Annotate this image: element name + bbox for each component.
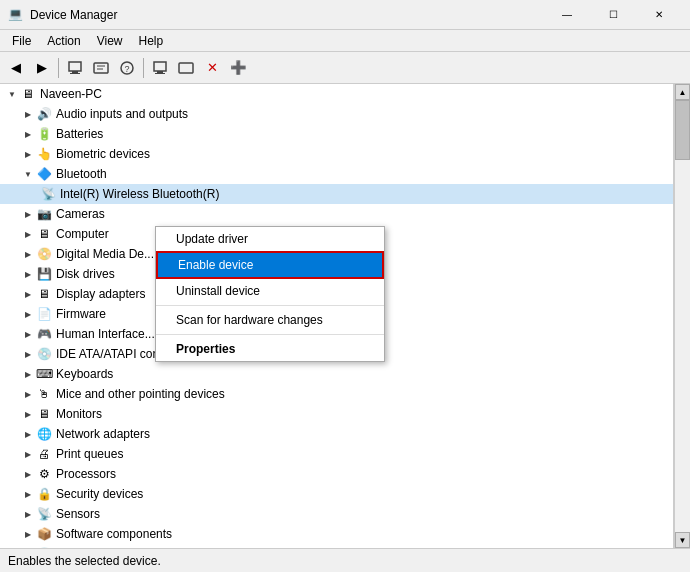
tree-bluetooth[interactable]: ▼ 🔷 Bluetooth [0, 164, 673, 184]
menu-file[interactable]: File [4, 32, 39, 50]
mice-icon: 🖱 [36, 386, 52, 402]
menu-view[interactable]: View [89, 32, 131, 50]
svg-rect-8 [154, 62, 166, 71]
security-icon: 🔒 [36, 486, 52, 502]
svg-rect-3 [94, 63, 108, 73]
computer-icon: 🖥 [20, 86, 36, 102]
tree-monitors[interactable]: ▶ 🖥 Monitors [0, 404, 673, 424]
toolbar-separator [58, 58, 59, 78]
menu-help[interactable]: Help [131, 32, 172, 50]
hid-expand-icon[interactable]: ▶ [20, 326, 36, 342]
scroll-track[interactable] [675, 100, 690, 532]
display-expand-icon[interactable]: ▶ [20, 286, 36, 302]
title-bar: 💻 Device Manager — ☐ ✕ [0, 0, 690, 30]
toolbar-btn-2[interactable] [89, 56, 113, 80]
ctx-properties[interactable]: Properties [156, 337, 384, 361]
disk-expand-icon[interactable]: ▶ [20, 266, 36, 282]
svg-text:?: ? [124, 64, 129, 74]
processors-label: Processors [56, 467, 116, 481]
tree-processors[interactable]: ▶ ⚙ Processors [0, 464, 673, 484]
ctx-scan-hardware[interactable]: Scan for hardware changes [156, 308, 384, 332]
tree-software-devices[interactable]: ▶ 💿 Software devices [0, 544, 673, 548]
tree-sensors[interactable]: ▶ 📡 Sensors [0, 504, 673, 524]
minimize-button[interactable]: — [544, 0, 590, 30]
tree-security[interactable]: ▶ 🔒 Security devices [0, 484, 673, 504]
network-icon: 🌐 [36, 426, 52, 442]
ide-icon: 💿 [36, 346, 52, 362]
firmware-expand-icon[interactable]: ▶ [20, 306, 36, 322]
tree-mice[interactable]: ▶ 🖱 Mice and other pointing devices [0, 384, 673, 404]
tree-keyboards[interactable]: ▶ ⌨ Keyboards [0, 364, 673, 384]
svg-rect-9 [157, 71, 163, 73]
toolbar-network[interactable] [174, 56, 198, 80]
ctx-uninstall-device[interactable]: Uninstall device [156, 279, 384, 303]
tree-network[interactable]: ▶ 🌐 Network adapters [0, 424, 673, 444]
scroll-thumb[interactable] [675, 100, 690, 160]
batteries-expand-icon[interactable]: ▶ [20, 126, 36, 142]
add-button[interactable]: ➕ [226, 56, 250, 80]
processors-expand-icon[interactable]: ▶ [20, 466, 36, 482]
display-label: Display adapters [56, 287, 145, 301]
context-menu: Update driver Enable device Uninstall de… [155, 226, 385, 362]
toolbar-monitor[interactable] [148, 56, 172, 80]
ide-expand-icon[interactable]: ▶ [20, 346, 36, 362]
scroll-down-button[interactable]: ▼ [675, 532, 690, 548]
help-button[interactable]: ? [115, 56, 139, 80]
tree-biometric[interactable]: ▶ 👆 Biometric devices [0, 144, 673, 164]
ctx-separator-1 [156, 305, 384, 306]
root-expand-icon[interactable]: ▼ [4, 86, 20, 102]
remove-button[interactable]: ✕ [200, 56, 224, 80]
mice-label: Mice and other pointing devices [56, 387, 225, 401]
svg-rect-2 [70, 73, 80, 74]
print-expand-icon[interactable]: ▶ [20, 446, 36, 462]
close-button[interactable]: ✕ [636, 0, 682, 30]
digital-label: Digital Media De... [56, 247, 154, 261]
svg-rect-1 [72, 71, 78, 73]
audio-expand-icon[interactable]: ▶ [20, 106, 36, 122]
battery-icon: 🔋 [36, 126, 52, 142]
tree-audio[interactable]: ▶ 🔊 Audio inputs and outputs [0, 104, 673, 124]
toolbar-separator-2 [143, 58, 144, 78]
security-expand-icon[interactable]: ▶ [20, 486, 36, 502]
sw-comp-expand-icon[interactable]: ▶ [20, 526, 36, 542]
tree-batteries[interactable]: ▶ 🔋 Batteries [0, 124, 673, 144]
monitors-expand-icon[interactable]: ▶ [20, 406, 36, 422]
status-bar: Enables the selected device. [0, 548, 690, 572]
print-icon: 🖨 [36, 446, 52, 462]
mice-expand-icon[interactable]: ▶ [20, 386, 36, 402]
tree-print[interactable]: ▶ 🖨 Print queues [0, 444, 673, 464]
sensors-icon: 📡 [36, 506, 52, 522]
maximize-button[interactable]: ☐ [590, 0, 636, 30]
digital-expand-icon[interactable]: ▶ [20, 246, 36, 262]
display-icon: 🖥 [36, 286, 52, 302]
ctx-enable-device[interactable]: Enable device [156, 251, 384, 279]
biometric-expand-icon[interactable]: ▶ [20, 146, 36, 162]
camera-icon: 📷 [36, 206, 52, 222]
sw-dev-expand-icon[interactable]: ▶ [20, 546, 36, 548]
toolbar-btn-1[interactable] [63, 56, 87, 80]
forward-button[interactable]: ▶ [30, 56, 54, 80]
tree-root[interactable]: ▼ 🖥 Naveen-PC [0, 84, 673, 104]
keyboards-label: Keyboards [56, 367, 113, 381]
ctx-update-driver[interactable]: Update driver [156, 227, 384, 251]
biometric-label: Biometric devices [56, 147, 150, 161]
scroll-up-button[interactable]: ▲ [675, 84, 690, 100]
network-expand-icon[interactable]: ▶ [20, 426, 36, 442]
status-text: Enables the selected device. [8, 554, 161, 568]
menu-action[interactable]: Action [39, 32, 88, 50]
tree-software-components[interactable]: ▶ 📦 Software components [0, 524, 673, 544]
sw-dev-icon: 💿 [36, 546, 52, 548]
firmware-label: Firmware [56, 307, 106, 321]
sensors-expand-icon[interactable]: ▶ [20, 506, 36, 522]
bluetooth-expand-icon[interactable]: ▼ [20, 166, 36, 182]
vertical-scrollbar[interactable]: ▲ ▼ [674, 84, 690, 548]
window-title: Device Manager [30, 8, 544, 22]
svg-rect-10 [155, 73, 165, 74]
computer-expand-icon[interactable]: ▶ [20, 226, 36, 242]
tree-intel-bluetooth[interactable]: 📡 Intel(R) Wireless Bluetooth(R) [0, 184, 673, 204]
cameras-expand-icon[interactable]: ▶ [20, 206, 36, 222]
ctx-separator-2 [156, 334, 384, 335]
back-button[interactable]: ◀ [4, 56, 28, 80]
tree-cameras[interactable]: ▶ 📷 Cameras [0, 204, 673, 224]
keyboards-expand-icon[interactable]: ▶ [20, 366, 36, 382]
